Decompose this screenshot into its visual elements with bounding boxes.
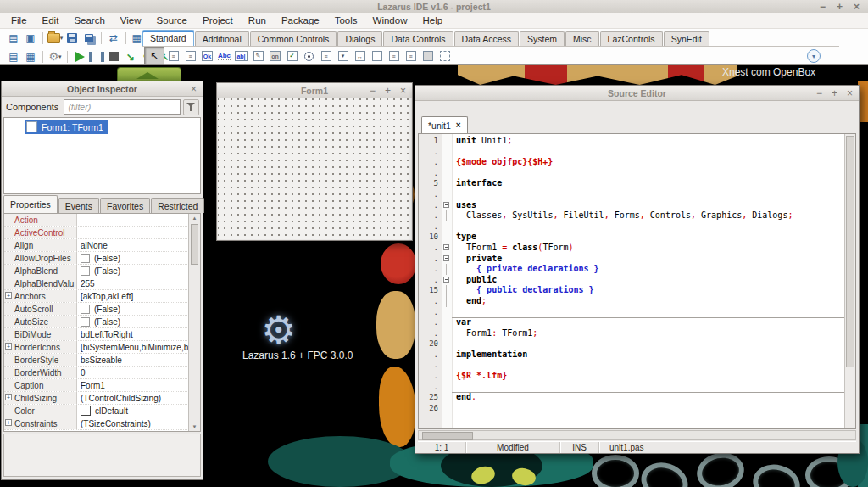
- minimize-button[interactable]: −: [370, 85, 376, 97]
- property-row-borderwidth[interactable]: BorderWidth0: [4, 367, 189, 379]
- component-tcombobox-button[interactable]: ▾: [335, 48, 351, 64]
- scrollbar-thumb[interactable]: [191, 224, 198, 265]
- code-line-24[interactable]: .: [419, 382, 845, 393]
- toggle-form-unit-button[interactable]: ⇄: [105, 31, 122, 46]
- change-build-mode-button[interactable]: ⚙▾: [47, 49, 64, 64]
- palette-tab-synedit[interactable]: SynEdit: [664, 31, 709, 46]
- property-row-bidimode[interactable]: BiDiModebdLeftToRight: [4, 328, 189, 341]
- code-line-20[interactable]: 20: [419, 339, 845, 350]
- property-value-cell[interactable]: bdLeftToRight: [77, 330, 189, 339]
- new-form-button[interactable]: ▣: [22, 31, 39, 46]
- code-line-26[interactable]: 26: [419, 403, 845, 414]
- component-tframe-button[interactable]: [437, 48, 453, 64]
- code-line-13[interactable]: . { private declarations }: [419, 264, 845, 275]
- fold-collapse-icon[interactable]: [443, 244, 449, 250]
- property-value-cell[interactable]: bsSizeable: [77, 355, 189, 365]
- code-line-10[interactable]: 10type: [419, 232, 845, 243]
- scrollbar-thumb[interactable]: [846, 136, 854, 367]
- property-row-activecontrol[interactable]: ActiveControl: [4, 227, 189, 239]
- code-line-11[interactable]: . TForm1 = class(TForm): [419, 243, 845, 254]
- code-line-3[interactable]: .{$mode objfpc}{$H+}: [419, 157, 845, 168]
- menu-window[interactable]: Window: [365, 15, 415, 25]
- maximize-button[interactable]: +: [385, 85, 391, 97]
- save-all-button[interactable]: [81, 31, 97, 46]
- property-value-cell[interactable]: (False): [77, 254, 189, 263]
- menu-edit[interactable]: Edit: [35, 15, 67, 25]
- source-editor-titlebar[interactable]: Source Editor − + ×: [415, 86, 859, 101]
- code-line-15[interactable]: 15 { public declarations }: [419, 285, 845, 296]
- component-tbutton-button[interactable]: Ok: [199, 48, 215, 64]
- code-line-19[interactable]: . Form1: TForm1;: [419, 328, 845, 339]
- scrollbar-thumb[interactable]: [422, 432, 473, 440]
- code-line-21[interactable]: .implementation: [419, 350, 845, 361]
- component-tpanel-button[interactable]: [420, 48, 436, 64]
- menu-search[interactable]: Search: [66, 15, 112, 25]
- minimize-button[interactable]: −: [820, 1, 826, 13]
- property-row-caption[interactable]: CaptionForm1: [4, 379, 189, 392]
- component-tradiobutton-button[interactable]: [301, 48, 317, 64]
- property-row-alphablend[interactable]: AlphaBlend(False): [4, 265, 189, 277]
- menu-package[interactable]: Package: [274, 15, 327, 25]
- property-row-color[interactable]: ColorclDefault: [4, 405, 189, 417]
- close-button[interactable]: ×: [854, 1, 860, 13]
- menu-view[interactable]: View: [113, 15, 149, 25]
- palette-tab-misc[interactable]: Misc: [565, 31, 599, 46]
- tree-item-form1[interactable]: Form1: TForm1: [25, 120, 108, 134]
- tab-close-icon[interactable]: ×: [456, 120, 461, 130]
- code-line-12[interactable]: . private: [419, 254, 845, 265]
- property-row-constraints[interactable]: +Constraints(TSizeConstraints): [4, 417, 189, 430]
- code-line-6[interactable]: .: [419, 189, 845, 200]
- property-value-cell[interactable]: (False): [77, 317, 189, 327]
- view-units-button[interactable]: ▤: [5, 49, 22, 64]
- component-tscrollbar-button[interactable]: ↔: [352, 48, 368, 64]
- component-tgroupbox-button[interactable]: [369, 48, 385, 64]
- code-line-2[interactable]: .: [419, 147, 845, 158]
- property-value-cell[interactable]: [akTop,akLeft]: [77, 292, 189, 301]
- palette-tab-data-access[interactable]: Data Access: [454, 31, 519, 46]
- close-button[interactable]: ×: [191, 83, 197, 95]
- menu-file[interactable]: File: [3, 15, 35, 25]
- fold-collapse-icon[interactable]: [443, 277, 449, 283]
- code-line-7[interactable]: .uses: [419, 200, 845, 211]
- property-row-anchors[interactable]: +Anchors[akTop,akLeft]: [4, 290, 189, 303]
- new-unit-button[interactable]: ▤: [5, 31, 22, 46]
- maximize-button[interactable]: +: [832, 87, 837, 99]
- property-value-cell[interactable]: Form1: [77, 381, 189, 390]
- expand-icon[interactable]: +: [5, 419, 12, 426]
- save-button[interactable]: [64, 31, 81, 46]
- oi-tab-properties[interactable]: Properties: [3, 195, 58, 213]
- step-into-button[interactable]: ↘: [122, 49, 139, 64]
- component-tradiogroup-button[interactable]: ≡: [386, 48, 402, 64]
- property-row-autosize[interactable]: AutoSize(False): [4, 316, 189, 328]
- code-line-22[interactable]: .: [419, 360, 845, 371]
- code-line-1[interactable]: 1unit Unit1;: [419, 136, 845, 147]
- property-row-action[interactable]: Action: [4, 214, 189, 227]
- code-line-8[interactable]: . Classes, SysUtils, FileUtil, Forms, Co…: [419, 210, 845, 221]
- expand-icon[interactable]: +: [5, 394, 12, 400]
- code-line-4[interactable]: .: [419, 168, 845, 179]
- filter-funnel-icon[interactable]: [183, 99, 199, 115]
- property-row-allowdropfiles[interactable]: AllowDropFiles(False): [4, 252, 189, 265]
- oi-tab-favorites[interactable]: Favorites: [100, 198, 150, 213]
- expand-icon[interactable]: +: [5, 343, 12, 350]
- maximize-button[interactable]: +: [837, 1, 843, 13]
- code-line-16[interactable]: . end;: [419, 296, 845, 307]
- scroll-up-icon[interactable]: ▲: [189, 214, 200, 222]
- property-value-cell[interactable]: 255: [77, 279, 189, 288]
- stop-button[interactable]: [105, 49, 122, 64]
- close-button[interactable]: ×: [400, 85, 406, 97]
- tab-unit1[interactable]: *unit1 ×: [421, 116, 468, 133]
- code-line-23[interactable]: .{$R *.lfm}: [419, 371, 845, 382]
- fold-collapse-icon[interactable]: [443, 202, 449, 208]
- oi-tab-events[interactable]: Events: [58, 198, 99, 213]
- property-value-cell[interactable]: (False): [77, 266, 189, 276]
- property-value-cell[interactable]: alNone: [77, 241, 189, 250]
- component-tedit-button[interactable]: ab|: [233, 48, 249, 64]
- open-file-button[interactable]: ▾: [47, 31, 64, 46]
- palette-options-button[interactable]: ▾: [807, 49, 821, 63]
- palette-tab-dialogs[interactable]: Dialogs: [337, 31, 382, 46]
- form-design-surface[interactable]: [218, 98, 411, 239]
- code-line-9[interactable]: .: [419, 221, 845, 232]
- property-row-bordericons[interactable]: +BorderIcons[biSystemMenu,biMinimize,biM…: [4, 341, 189, 354]
- scroll-down-icon[interactable]: ▼: [189, 423, 200, 431]
